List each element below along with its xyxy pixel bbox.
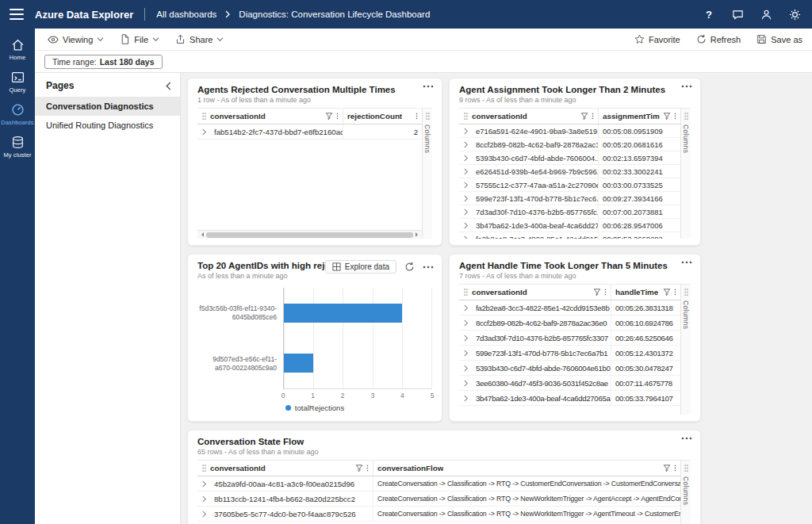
- share-menu-button[interactable]: Share: [175, 34, 224, 44]
- tile-more-options-icon[interactable]: [423, 85, 434, 88]
- row-expand-icon[interactable]: [459, 168, 472, 175]
- columns-side-tab[interactable]: Columns: [680, 109, 691, 239]
- row-expand-icon[interactable]: [459, 195, 472, 202]
- drag-grip-icon[interactable]: [463, 112, 469, 120]
- row-expand-icon[interactable]: [459, 319, 472, 327]
- row-expand-icon[interactable]: [459, 350, 472, 357]
- table-row[interactable]: fab514b2-2fc7-437d-bbd7-e8fb2160ac482: [197, 124, 422, 140]
- row-expand-icon[interactable]: [459, 222, 472, 229]
- row-expand-icon[interactable]: [459, 304, 472, 312]
- column-menu-icon[interactable]: [336, 112, 339, 120]
- filter-icon[interactable]: [580, 112, 588, 120]
- collapse-panel-icon[interactable]: [165, 82, 172, 90]
- row-expand-icon[interactable]: [459, 182, 472, 189]
- tile-more-options-icon[interactable]: [681, 437, 692, 440]
- column-menu-icon[interactable]: [604, 288, 607, 296]
- horizontal-scrollbar[interactable]: [197, 230, 422, 239]
- tile-more-options-icon[interactable]: [423, 266, 434, 269]
- chart-bar[interactable]: [284, 354, 313, 373]
- column-header-conversationflow[interactable]: conversationFlow: [373, 461, 680, 476]
- account-icon[interactable]: [760, 8, 772, 21]
- tile-refresh-icon[interactable]: [404, 262, 415, 272]
- rail-item-query[interactable]: Query: [0, 67, 35, 99]
- row-expand-icon[interactable]: [459, 335, 472, 342]
- table-row[interactable]: 599e723f-13f1-470d-b778-5b1c7ec6a7b100:0…: [459, 346, 680, 361]
- columns-side-tab[interactable]: Columns: [422, 109, 432, 239]
- filter-icon[interactable]: [663, 464, 671, 472]
- columns-side-tab[interactable]: Columns: [680, 461, 691, 524]
- column-menu-icon[interactable]: [592, 112, 594, 120]
- column-header-handletime[interactable]: handleTime: [611, 285, 680, 300]
- table-row[interactable]: e716a591-624e-4901-9ba9-3a8e519...00:05:…: [459, 124, 680, 138]
- row-expand-icon[interactable]: [197, 128, 210, 136]
- filter-icon[interactable]: [663, 288, 671, 296]
- column-header-rejectioncount[interactable]: rejectionCount: [343, 109, 422, 124]
- row-expand-icon[interactable]: [459, 128, 472, 135]
- breadcrumb-all-dashboards[interactable]: All dashboards: [156, 10, 216, 19]
- row-expand-icon[interactable]: [459, 141, 472, 148]
- file-menu-button[interactable]: File: [120, 34, 159, 44]
- row-expand-icon[interactable]: [197, 480, 210, 488]
- drag-grip-icon[interactable]: [201, 112, 207, 120]
- chart-legend-item[interactable]: totalRejections: [197, 400, 432, 415]
- filter-icon[interactable]: [663, 112, 671, 120]
- table-row[interactable]: 599e723f-13f1-470d-b778-5b1c7ec6...00:09…: [459, 192, 680, 205]
- page-item-unified-routing-diagnostics[interactable]: Unified Routing Diagnostics: [35, 116, 180, 135]
- viewing-menu-button[interactable]: Viewing: [48, 34, 104, 45]
- table-row[interactable]: 3b47ba62-1de3-400a-beaf-4ca6dd27...00:06…: [459, 219, 680, 232]
- settings-gear-icon[interactable]: [788, 8, 801, 21]
- tile-more-options-icon[interactable]: [681, 85, 692, 88]
- table-row[interactable]: 3b47ba62-1de3-400a-beaf-4ca6dd27065a00:0…: [459, 391, 680, 406]
- table-row[interactable]: 45b2a9fd-00aa-4c81-a3c9-f00ea0215d96Crea…: [197, 476, 680, 491]
- table-row[interactable]: 37605be5-5c77-4dc0-be70-f4aac879c526Crea…: [197, 507, 680, 522]
- table-row[interactable]: 3ee60380-46d7-45f3-9036-5031f452c8ae00:0…: [459, 376, 680, 391]
- page-item-conversation-diagnostics[interactable]: Conversation Diagnostics: [35, 97, 180, 116]
- rail-item-my-cluster[interactable]: My cluster: [0, 132, 35, 164]
- row-expand-icon[interactable]: [459, 235, 472, 239]
- row-expand-icon[interactable]: [197, 495, 210, 503]
- column-menu-icon[interactable]: [366, 464, 369, 472]
- tile-more-options-icon[interactable]: [681, 261, 692, 264]
- table-row[interactable]: 5393b430-c6d7-4bfd-abde-7606004...00:02:…: [459, 151, 680, 165]
- table-row[interactable]: 8ccf2b89-082b-4c62-baf9-2878a2ac36e000:0…: [459, 316, 680, 331]
- table-row[interactable]: fa2b2ea8-3cc3-4822-85e1-42cdd915...00:05…: [459, 232, 680, 239]
- time-range-filter[interactable]: Time range: Last 180 days: [44, 55, 163, 69]
- row-expand-icon[interactable]: [459, 395, 472, 402]
- explore-data-button[interactable]: Explore data: [325, 260, 396, 273]
- hamburger-menu-icon[interactable]: [10, 9, 24, 20]
- scroll-right-icon[interactable]: [416, 232, 420, 237]
- columns-side-tab[interactable]: Columns: [680, 285, 691, 415]
- filter-icon[interactable]: [355, 464, 363, 472]
- filter-icon[interactable]: [325, 112, 333, 120]
- row-expand-icon[interactable]: [459, 155, 472, 162]
- row-expand-icon[interactable]: [459, 208, 472, 216]
- column-header-assignmenttime[interactable]: assignmentTime: [598, 109, 680, 124]
- table-row[interactable]: 57555c12-c377-47aa-a51a-2c27090e...00:03…: [459, 178, 680, 192]
- column-header-conversationid[interactable]: conversationId: [197, 109, 343, 124]
- scroll-left-icon[interactable]: [199, 232, 204, 237]
- column-menu-icon[interactable]: [416, 112, 418, 120]
- save-as-button[interactable]: Save as: [756, 34, 802, 44]
- column-menu-icon[interactable]: [674, 464, 676, 472]
- table-row[interactable]: 5393b430-c6d7-4bfd-abde-7606004e61b000:0…: [459, 361, 680, 376]
- column-header-conversationid[interactable]: conversationId: [459, 109, 598, 124]
- refresh-button[interactable]: Refresh: [696, 34, 741, 44]
- drag-grip-icon[interactable]: [463, 288, 469, 296]
- table-row[interactable]: fa2b2ea8-3cc3-4822-85e1-42cdd9153e8b00:0…: [459, 300, 680, 316]
- feedback-icon[interactable]: [731, 8, 744, 21]
- chart-bar[interactable]: [284, 304, 402, 323]
- rail-item-home[interactable]: Home: [0, 34, 35, 67]
- row-expand-icon[interactable]: [197, 511, 210, 518]
- column-header-conversationid[interactable]: conversationId: [459, 285, 611, 300]
- table-row[interactable]: 8b113ccb-1241-4fb4-b662-8a20d225bcc2Crea…: [197, 491, 680, 507]
- column-header-conversationid[interactable]: conversationId: [197, 461, 373, 476]
- favorite-button[interactable]: Favorite: [634, 34, 680, 44]
- help-icon[interactable]: ?: [703, 8, 715, 21]
- table-row[interactable]: 7d3ad30f-7d10-4376-b2b5-857765fc...00:07…: [459, 205, 680, 219]
- table-row[interactable]: 8ccf2b89-082b-4c62-baf9-2878a2ac3...00:0…: [459, 138, 680, 151]
- scrollbar-thumb[interactable]: [206, 232, 413, 238]
- column-menu-icon[interactable]: [674, 288, 676, 296]
- rail-item-dashboards[interactable]: Dashboards: [0, 99, 35, 132]
- row-expand-icon[interactable]: [459, 365, 472, 372]
- filter-icon[interactable]: [593, 288, 601, 296]
